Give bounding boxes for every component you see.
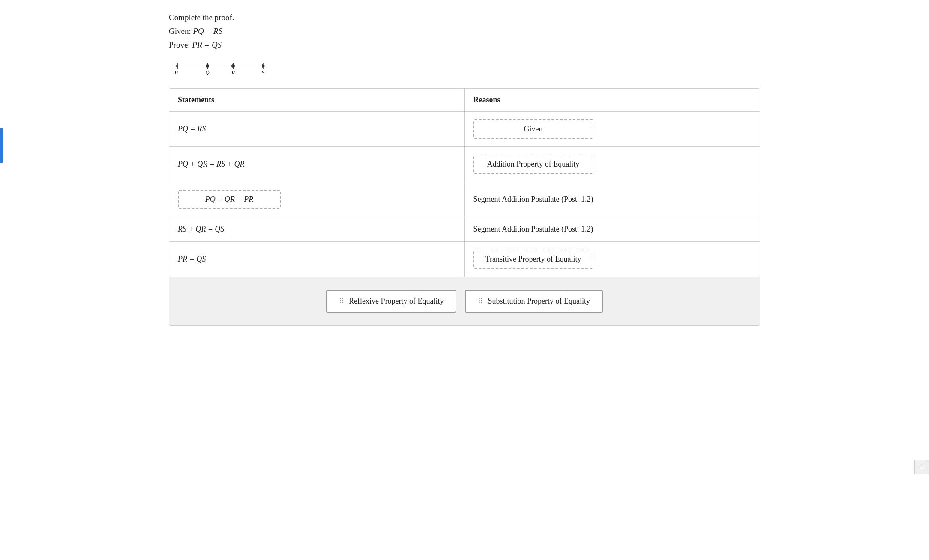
statement-cell: PQ + QR = RS + QR [169,147,464,182]
drag-handle-icon: ⠿ [339,297,345,305]
drag-item-substitution[interactable]: ⠿ Substitution Property of Equality [465,290,603,313]
intro-section: Complete the proof. Given: PQ = RS Prove… [169,13,760,50]
reason-text: Given [524,125,543,133]
proof-table: Statements Reasons PQ = RS Given [169,89,760,277]
reason-box-transitive[interactable]: Transitive Property of Equality [473,250,593,269]
table-row: PQ = RS Given [169,112,760,147]
reason-cell: Segment Addition Postulate (Post. 1.2) [464,182,760,217]
reason-cell: Addition Property of Equality [464,147,760,182]
reason-text: Segment Addition Postulate (Post. 1.2) [473,225,593,233]
statement-text: RS + QR = QS [178,225,224,233]
statement-text: PR = QS [178,255,206,263]
instruction-text: Complete the proof. [169,13,760,22]
given-label: Given: [169,27,191,36]
reason-cell: Given [464,112,760,147]
prove-value: PR = QS [192,40,222,49]
blue-accent-bar [0,128,3,163]
table-row: PQ + QR = PR Segment Addition Postulate … [169,182,760,217]
statement-cell: RS + QR = QS [169,217,464,242]
reason-cell: Transitive Property of Equality [464,242,760,277]
reason-box-given[interactable]: Given [473,119,593,139]
svg-marker-8 [262,64,266,68]
drag-item-label: Reflexive Property of Equality [349,297,444,306]
drag-item-label: Substitution Property of Equality [488,297,590,306]
statement-cell: PQ = RS [169,112,464,147]
statement-cell: PQ + QR = PR [169,182,464,217]
reason-text: Transitive Property of Equality [485,255,581,263]
svg-text:R: R [231,69,235,76]
statement-text: PQ + QR = PR [205,195,253,203]
statement-cell: PR = QS [169,242,464,277]
drag-handle-icon: ⠿ [478,297,483,305]
reason-box-addition[interactable]: Addition Property of Equality [473,155,593,174]
table-row: RS + QR = QS Segment Addition Postulate … [169,217,760,242]
svg-text:S: S [262,69,265,76]
prove-line: Prove: PR = QS [169,40,760,50]
prove-label: Prove: [169,40,190,49]
svg-point-5 [231,64,235,68]
statement-text: PQ = RS [178,125,206,133]
table-row: PR = QS Transitive Property of Equality [169,242,760,277]
reason-text: Segment Addition Postulate (Post. 1.2) [473,195,593,203]
col-header-reasons: Reasons [464,89,760,112]
number-line-diagram: P Q R S [173,58,267,75]
given-value: PQ = RS [193,27,222,36]
svg-text:P: P [174,69,178,76]
svg-marker-7 [175,64,178,68]
statement-box-pq-pr[interactable]: PQ + QR = PR [178,190,281,209]
reason-cell: Segment Addition Postulate (Post. 1.2) [464,217,760,242]
table-row: PQ + QR = RS + QR Addition Property of E… [169,147,760,182]
proof-container: Statements Reasons PQ = RS Given [169,88,760,326]
svg-point-3 [206,64,209,68]
col-header-statements: Statements [169,89,464,112]
drag-area: ⠿ Reflexive Property of Equality ⠿ Subst… [169,277,760,325]
reason-text: Addition Property of Equality [487,160,579,168]
drag-item-reflexive[interactable]: ⠿ Reflexive Property of Equality [326,290,456,313]
given-line: Given: PQ = RS [169,27,760,36]
statement-text: PQ + QR = RS + QR [178,160,244,168]
svg-text:Q: Q [205,69,210,76]
